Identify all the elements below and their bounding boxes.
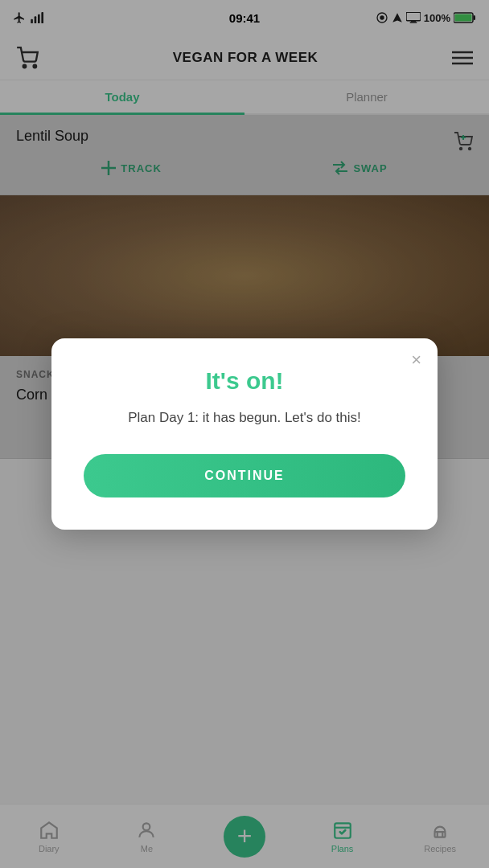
modal-body-text: Plan Day 1: it has begun. Let's do this! (84, 407, 405, 428)
continue-button[interactable]: CONTINUE (84, 454, 405, 497)
modal-close-button[interactable]: × (411, 351, 421, 369)
modal-card: × It's on! Plan Day 1: it has begun. Let… (51, 338, 438, 530)
modal-title: It's on! (84, 367, 405, 395)
modal-overlay: × It's on! Plan Day 1: it has begun. Let… (0, 0, 489, 868)
